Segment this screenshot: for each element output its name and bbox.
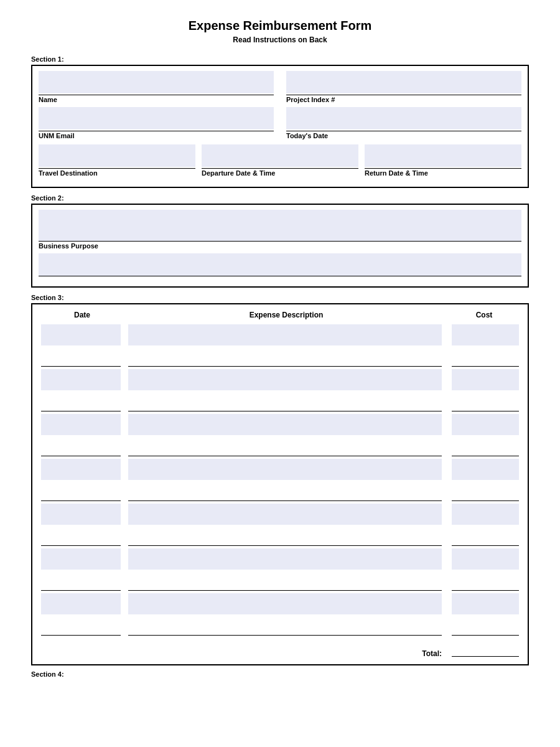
page-subtitle: Read Instructions on Back [31,35,529,44]
desc-input-3[interactable] [128,414,442,435]
cost-line-3 [452,435,519,456]
page-header: Expense Reimbursement Form Read Instruct… [31,19,529,44]
section2-box: Business Purpose [31,204,529,288]
departure-field-group: Departure Date & Time [202,144,358,177]
desc-cell-7 [126,592,447,637]
cost-cell-6 [447,547,521,592]
cost-input-6[interactable] [452,548,519,570]
travel-destination-label: Travel Destination [39,168,195,177]
departure-input[interactable] [202,144,358,167]
desc-input-5[interactable] [128,504,442,525]
total-row: Total: [39,641,521,658]
total-value-line[interactable] [452,643,519,657]
section2-label: Section 2: [31,194,529,202]
unm-email-field-group: UNM Email [39,107,274,139]
date-line-6 [41,570,121,591]
desc-input-7[interactable] [128,593,442,614]
cost-input-4[interactable] [452,459,519,480]
cost-line-7 [452,614,519,636]
departure-label: Departure Date & Time [202,168,358,177]
desc-input-6[interactable] [128,548,442,570]
return-input[interactable] [365,144,521,167]
cost-input-7[interactable] [452,593,519,614]
cost-cell-7 [447,592,521,637]
cost-line-6 [452,570,519,591]
cost-line-1 [452,345,519,367]
todays-date-input[interactable] [286,107,521,129]
total-label: Total: [126,641,447,658]
cost-cell-5 [447,502,521,547]
date-cell-3 [39,413,126,458]
table-row [39,413,521,458]
cost-input-3[interactable] [452,414,519,435]
section1-box: Name Project Index # UNM Email Today's D… [31,65,529,188]
date-line-1 [41,345,121,367]
date-input-2[interactable] [41,369,121,390]
desc-line-2 [128,390,442,411]
desc-input-4[interactable] [128,459,442,480]
date-cell-6 [39,547,126,592]
desc-line-6 [128,570,442,591]
desc-line-7 [128,614,442,636]
unm-email-label: UNM Email [39,131,274,139]
date-line-5 [41,525,121,546]
business-purpose-input-top[interactable] [39,210,521,241]
section3-box: Date Expense Description Cost [31,303,529,665]
cost-cell-1 [447,323,521,368]
date-input-5[interactable] [41,504,121,525]
col-header-cost: Cost [447,309,521,321]
cost-cell-2 [447,368,521,413]
page-title: Expense Reimbursement Form [31,19,529,33]
date-input-4[interactable] [41,459,121,480]
date-cell-4 [39,458,126,502]
table-row [39,368,521,413]
travel-row: Travel Destination Departure Date & Time… [39,144,521,181]
total-value-cell [447,641,521,658]
table-row [39,502,521,547]
desc-line-4 [128,480,442,501]
return-field-group: Return Date & Time [365,144,521,177]
section1-grid: Name Project Index # UNM Email Today's D… [39,71,521,143]
date-line-3 [41,435,121,456]
cost-line-4 [452,480,519,501]
table-row [39,323,521,368]
travel-destination-input[interactable] [39,144,195,167]
cost-input-2[interactable] [452,369,519,390]
date-input-7[interactable] [41,593,121,614]
name-input[interactable] [39,71,274,93]
business-purpose-input-bottom[interactable] [39,253,521,276]
project-index-field-group: Project Index # [286,71,521,103]
expense-rows [39,323,521,637]
cost-cell-3 [447,413,521,458]
date-input-6[interactable] [41,548,121,570]
desc-line-3 [128,435,442,456]
date-line-4 [41,480,121,501]
desc-line-5 [128,525,442,546]
date-line-7 [41,614,121,636]
date-input-1[interactable] [41,324,121,345]
project-index-input[interactable] [286,71,521,93]
travel-destination-field-group: Travel Destination [39,144,195,177]
cost-input-5[interactable] [452,504,519,525]
desc-input-1[interactable] [128,324,442,345]
table-row [39,547,521,592]
unm-email-input[interactable] [39,107,274,129]
desc-cell-1 [126,323,447,368]
section3-header: Date Expense Description Cost [39,309,521,321]
cost-line-2 [452,390,519,411]
table-row [39,592,521,637]
date-input-3[interactable] [41,414,121,435]
business-purpose-label: Business Purpose [39,241,521,250]
date-cell-1 [39,323,126,368]
desc-input-2[interactable] [128,369,442,390]
cost-input-1[interactable] [452,324,519,345]
return-label: Return Date & Time [365,168,521,177]
date-cell-2 [39,368,126,413]
name-field-group: Name [39,71,274,103]
desc-cell-2 [126,368,447,413]
name-label: Name [39,95,274,103]
date-line-2 [41,390,121,411]
date-cell-5 [39,502,126,547]
table-row [39,458,521,502]
desc-line-1 [128,345,442,367]
